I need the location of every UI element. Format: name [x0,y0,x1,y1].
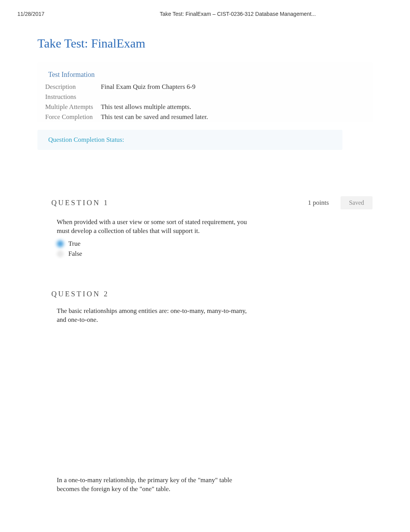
info-row-multiple-attempts: Multiple Attempts This test allows multi… [45,102,211,112]
info-label: Instructions [45,92,101,102]
test-information-box: Test Information Description Final Exam … [37,62,373,122]
info-row-instructions: Instructions [45,92,211,102]
question-3: In a one-to-many relationship, the prima… [21,471,389,494]
completion-status-label: Question Completion Status: [48,136,124,143]
question-text: In a one-to-many relationship, the prima… [57,476,254,494]
info-table: Description Final Exam Quiz from Chapter… [45,82,211,122]
option-label: False [68,250,82,258]
page-title: Take Test: FinalExam [21,36,389,62]
question-1: QUESTION 1 1 points Saved When provided … [21,192,389,259]
question-header: QUESTION 2 [37,286,373,302]
option-label: True [68,240,81,248]
question-title: QUESTION 1 [37,199,308,207]
option-false[interactable]: False [57,249,254,259]
info-label: Multiple Attempts [45,102,101,112]
question-2: QUESTION 2 The basic relationships among… [21,286,389,325]
info-value: Final Exam Quiz from Chapters 6-9 [101,82,211,92]
print-header: 11/28/2017 Take Test: FinalExam – CIST-0… [0,0,410,21]
info-value: This test allows multiple attempts. [101,102,211,112]
question-header: QUESTION 1 1 points Saved [37,192,373,213]
question-body: In a one-to-many relationship, the prima… [37,471,254,494]
info-label: Description [45,82,101,92]
question-text: The basic relationships among entities a… [57,307,254,325]
saved-badge: Saved [341,196,373,209]
print-date: 11/28/2017 [17,11,44,17]
print-title: Take Test: FinalExam – CIST-0236-312 Dat… [44,11,393,17]
question-body: The basic relationships among entities a… [37,302,254,325]
question-title: QUESTION 2 [37,290,373,298]
info-value: This test can be saved and resumed later… [101,112,211,122]
info-label: Force Completion [45,112,101,122]
question-text: When provided with a user view or some s… [57,218,254,236]
test-information-heading: Test Information [37,62,373,82]
option-true[interactable]: True [57,239,254,249]
info-row-description: Description Final Exam Quiz from Chapter… [45,82,211,92]
radio-icon[interactable] [57,240,64,247]
completion-status-box: Question Completion Status: [37,130,342,150]
question-points: 1 points [308,199,329,207]
radio-icon[interactable] [57,250,64,257]
main-panel: Take Test: FinalExam Test Information De… [21,25,389,494]
info-value [101,92,211,102]
info-row-force-completion: Force Completion This test can be saved … [45,112,211,122]
question-body: When provided with a user view or some s… [37,213,254,259]
